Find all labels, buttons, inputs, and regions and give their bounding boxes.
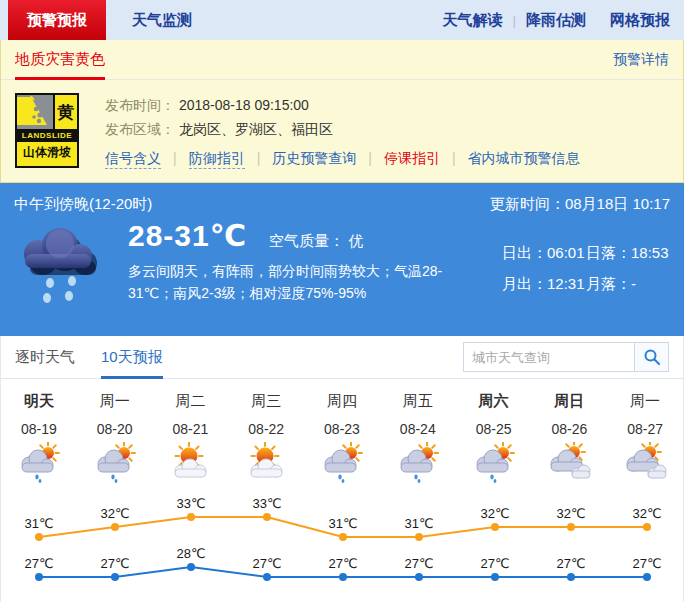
day-date: 08-24 (380, 421, 456, 437)
day-label: 周一 (77, 392, 153, 411)
forecast-day[interactable]: 周一 08-27 (607, 392, 683, 484)
search-button[interactable] (635, 342, 669, 372)
day-date: 08-22 (228, 421, 304, 437)
svg-text:27℃: 27℃ (480, 556, 509, 571)
rain-cloud-icon (14, 220, 114, 312)
shower-icon (1, 442, 77, 484)
publish-area-row: 发布区域： 龙岗区、罗湖区、福田区 (105, 117, 580, 141)
svg-text:31℃: 31℃ (404, 516, 433, 531)
forecast-day[interactable]: 周三 08-22 (228, 392, 304, 484)
svg-text:27℃: 27℃ (328, 556, 357, 571)
shower-icon (380, 442, 456, 484)
svg-text:27℃: 27℃ (404, 556, 433, 571)
moonset: 月落：- (586, 275, 670, 294)
shower-icon (456, 442, 532, 484)
publish-time-row: 发布时间： 2018-08-18 09:15:00 (105, 93, 580, 117)
warning-link[interactable]: 历史预警查询 (272, 150, 356, 166)
day-label: 周二 (153, 392, 229, 411)
day-label: 周六 (456, 392, 532, 411)
link-separator: | (368, 150, 372, 166)
temperature-trend-chart: 31℃32℃33℃33℃31℃31℃32℃32℃32℃27℃27℃28℃27℃2… (1, 484, 684, 602)
warning-link[interactable]: 防御指引 (189, 150, 245, 169)
air-quality: 空气质量： 优 (269, 232, 363, 251)
svg-text:33℃: 33℃ (176, 496, 205, 511)
cloudy-icon (531, 442, 607, 484)
warning-section: 地质灾害黄色 预警详情 (0, 40, 684, 183)
day-date: 08-20 (77, 421, 153, 437)
forecast-day[interactable]: 周二 08-21 (153, 392, 229, 484)
warning-icon-cn-label: 山体滑坡 (17, 142, 77, 164)
forecast-section: 逐时天气 10天预报 明天 08-19 周一 08-20 周二 08-21 (0, 336, 684, 602)
forecast-period: 中午到傍晚(12-20时) (14, 195, 152, 214)
tab-weather-monitor[interactable]: 天气监测 (106, 0, 218, 40)
svg-text:27℃: 27℃ (556, 556, 585, 571)
warning-detail-link[interactable]: 预警详情 (613, 51, 669, 69)
svg-text:27℃: 27℃ (24, 556, 53, 571)
day-label: 周日 (531, 392, 607, 411)
svg-text:32℃: 32℃ (480, 506, 509, 521)
sun-moon-info: 日出：06:01 日落：18:53 月出：12:31 月落：- (502, 244, 670, 312)
svg-text:32℃: 32℃ (632, 506, 661, 521)
day-label: 周五 (380, 392, 456, 411)
city-search-input[interactable] (463, 342, 635, 372)
update-time: 更新时间：08月18日 10:17 (490, 195, 670, 214)
forecast-day[interactable]: 明天 08-19 (1, 392, 77, 484)
svg-text:28℃: 28℃ (176, 546, 205, 561)
day-label: 明天 (1, 392, 77, 411)
publish-area-value: 龙岗区、罗湖区、福田区 (179, 121, 333, 137)
forecast-day[interactable]: 周六 08-25 (456, 392, 532, 484)
forecast-days-row: 明天 08-19 周一 08-20 周二 08-21 周三 08-22 周四 0… (1, 379, 683, 484)
sunset: 日落：18:53 (586, 244, 670, 263)
publish-area-label: 发布区域： (105, 121, 175, 137)
search-icon (643, 348, 661, 366)
day-label: 周四 (304, 392, 380, 411)
forecast-tabbar: 逐时天气 10天预报 (1, 336, 683, 379)
link-separator: | (452, 150, 456, 166)
cloudy-icon (607, 442, 683, 484)
tab-warning-forecast[interactable]: 预警预报 (8, 0, 106, 40)
weather-description: 多云间阴天，有阵雨，部分时间雨势较大；气温28-31℃；南风2-3级；相对湿度7… (128, 260, 480, 304)
warning-icon-en-label: LANDSLIDE (17, 129, 77, 142)
shower-icon (304, 442, 380, 484)
warning-tab-geo-yellow[interactable]: 地质灾害黄色 (15, 40, 105, 79)
svg-text:31℃: 31℃ (24, 516, 53, 531)
moonrise: 月出：12:31 (502, 275, 586, 294)
warning-link[interactable]: 省内城市预警信息 (468, 150, 580, 166)
shower-icon (77, 442, 153, 484)
warning-level-char: 黄 (55, 95, 77, 129)
day-label: 周三 (228, 392, 304, 411)
nav-separator: | (513, 13, 516, 28)
warning-content: 黄 LANDSLIDE 山体滑坡 发布时间： 2018-08-18 09:15:… (1, 80, 683, 182)
top-nav: 预警预报 天气监测 天气解读 | 降雨估测 网格预报 (0, 0, 684, 40)
day-date: 08-26 (531, 421, 607, 437)
sun-cloud-icon (228, 442, 304, 484)
link-rain-estimate[interactable]: 降雨估测 (526, 11, 586, 30)
link-weather-analysis[interactable]: 天气解读 (443, 11, 503, 30)
warning-bar: 地质灾害黄色 预警详情 (1, 40, 683, 80)
svg-text:32℃: 32℃ (100, 506, 129, 521)
forecast-day[interactable]: 周四 08-23 (304, 392, 380, 484)
svg-text:27℃: 27℃ (632, 556, 661, 571)
landslide-graphic-icon (17, 95, 55, 129)
day-label: 周一 (607, 392, 683, 411)
warning-link[interactable]: 信号含义 (105, 150, 161, 169)
svg-text:33℃: 33℃ (252, 496, 281, 511)
svg-text:27℃: 27℃ (100, 556, 129, 571)
day-date: 08-25 (456, 421, 532, 437)
nav-links: 天气解读 | 降雨估测 网格预报 (443, 0, 684, 40)
day-date: 08-23 (304, 421, 380, 437)
publish-time-label: 发布时间： (105, 97, 175, 113)
landslide-warning-icon: 黄 LANDSLIDE 山体滑坡 (15, 93, 79, 168)
forecast-day[interactable]: 周日 08-26 (531, 392, 607, 484)
warning-link[interactable]: 停课指引 (384, 150, 440, 166)
forecast-day[interactable]: 周五 08-24 (380, 392, 456, 484)
svg-text:27℃: 27℃ (252, 556, 281, 571)
tab-ten-day-forecast[interactable]: 10天预报 (101, 336, 163, 378)
link-separator: | (257, 150, 261, 166)
current-conditions: 中午到傍晚(12-20时) 更新时间：08月18日 10:17 (0, 183, 684, 336)
link-grid-forecast[interactable]: 网格预报 (610, 11, 670, 30)
day-date: 08-21 (153, 421, 229, 437)
svg-text:31℃: 31℃ (328, 516, 357, 531)
tab-hourly-weather[interactable]: 逐时天气 (15, 336, 75, 378)
forecast-day[interactable]: 周一 08-20 (77, 392, 153, 484)
